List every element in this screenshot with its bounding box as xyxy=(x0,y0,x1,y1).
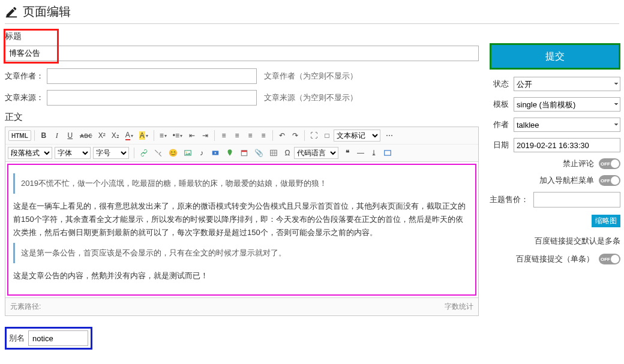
toolbar-row-2: 段落格式 字体 字号 😊 ♪ 📎 Ω xyxy=(5,144,478,161)
editor-footer: 元素路径: 字数统计 xyxy=(5,297,478,315)
blockquote-button[interactable]: ❝ xyxy=(341,147,353,159)
redo-button[interactable]: ↷ xyxy=(289,130,301,142)
page-edit-root: 页面编辑 标题 文章作者： 文章作者（为空则不显示） 文章来源： 文章来源（为空… xyxy=(0,0,624,364)
ordered-list-button[interactable]: ≡▾ xyxy=(157,130,169,142)
forecolor-button[interactable]: A▾ xyxy=(123,130,136,142)
unordered-list-button[interactable]: •≡▾ xyxy=(170,130,185,142)
indent-button[interactable]: ⇥ xyxy=(199,130,211,142)
preview-button[interactable]: □ xyxy=(321,130,333,142)
date-row: 日期 xyxy=(490,138,620,152)
align-right-button[interactable]: ≡ xyxy=(244,130,256,142)
thumbnail-header[interactable]: 缩略图 xyxy=(592,215,620,227)
word-count-label[interactable]: 字数统计 xyxy=(445,302,473,312)
svg-rect-0 xyxy=(6,16,17,17)
rich-text-editor: HTML B I U ᴀʙᴄ X² X₂ A▾ A▾ ≡▾ •≡▾ ⇤ xyxy=(5,127,479,316)
blockquote-2: 这是第一条公告，首页应该是不会显示的，只有在全文的时候才显示就对了。 xyxy=(13,243,470,263)
status-select[interactable]: 公开 xyxy=(514,77,620,91)
align-left-button[interactable]: ≡ xyxy=(218,130,230,142)
superscript-button[interactable]: X² xyxy=(96,130,108,142)
video-button[interactable] xyxy=(209,147,222,159)
strike-button[interactable]: ᴀʙᴄ xyxy=(77,130,95,142)
music-button[interactable]: ♪ xyxy=(196,147,208,159)
toolbar-separator xyxy=(272,130,273,141)
fullscreen-button[interactable]: ⛶ xyxy=(308,130,320,142)
source-input[interactable] xyxy=(47,90,257,106)
disable-comments-toggle[interactable]: OFF xyxy=(599,158,620,169)
editor-content-area[interactable]: 2019不慌不忙，做一个小流氓，吃最甜的糖，睡最软的床，吻最爱的姑娘，做最野的狼… xyxy=(7,164,476,296)
align-justify-button[interactable]: ≡ xyxy=(257,130,269,142)
italic-button[interactable]: I xyxy=(51,130,63,142)
disable-comments-label: 禁止评论 xyxy=(563,158,594,169)
author-select[interactable]: talklee xyxy=(514,118,620,132)
svg-rect-5 xyxy=(241,151,247,152)
sidebar: 提交 状态 公开 模板 single (当前模板) 作者 talklee 日期 … xyxy=(490,30,620,350)
editor-toolbar: HTML B I U ᴀʙᴄ X² X₂ A▾ A▾ ≡▾ •≡▾ ⇤ xyxy=(5,127,478,162)
image-button[interactable] xyxy=(181,147,194,159)
map-button[interactable] xyxy=(223,147,236,159)
add-nav-label: 加入导航栏菜单 xyxy=(539,175,594,186)
theme-price-row: 主题售价： xyxy=(490,192,620,207)
outdent-button[interactable]: ⇤ xyxy=(186,130,198,142)
toolbar-separator xyxy=(34,130,35,141)
alias-field: 别名 xyxy=(5,327,92,350)
paragraph-format-select[interactable]: 段落格式 xyxy=(8,147,52,159)
svg-rect-6 xyxy=(271,150,277,155)
calendar-button[interactable] xyxy=(238,147,251,159)
bold-button[interactable]: B xyxy=(38,130,50,142)
undo-button[interactable]: ↶ xyxy=(276,130,288,142)
template-row: 模板 single (当前模板) xyxy=(490,97,620,112)
page-title: 页面编辑 xyxy=(23,4,71,20)
theme-price-input[interactable] xyxy=(533,192,620,207)
alias-input[interactable] xyxy=(28,330,88,346)
subscript-button[interactable]: X₂ xyxy=(109,130,122,142)
attachment-button[interactable]: 📎 xyxy=(252,147,266,159)
paragraph-1: 这是在一辆车上看见的，很有意思就发出来了，原来的微语模式转变为公告模式且只显示首… xyxy=(13,200,470,239)
title-input[interactable] xyxy=(5,46,479,61)
author-input[interactable] xyxy=(47,68,257,84)
author-side-row: 作者 talklee xyxy=(490,118,620,132)
link-button[interactable] xyxy=(137,147,151,159)
iframe-button[interactable] xyxy=(381,147,394,159)
toolbar-row-1: HTML B I U ᴀʙᴄ X² X₂ A▾ A▾ ≡▾ •≡▾ ⇤ xyxy=(5,127,478,144)
date-label: 日期 xyxy=(490,140,514,151)
table-button[interactable] xyxy=(267,147,280,159)
baidu-single-label: 百度链接提交（单条） xyxy=(516,254,594,264)
toolbar-separator xyxy=(134,148,134,158)
align-center-button[interactable]: ≡ xyxy=(231,130,243,142)
font-size-select[interactable]: 字号 xyxy=(93,147,129,159)
toolbar-separator xyxy=(304,130,305,141)
author-side-label: 作者 xyxy=(490,119,514,130)
svg-point-2 xyxy=(186,152,187,153)
source-label: 文章来源： xyxy=(5,92,47,103)
template-select[interactable]: single (当前模板) xyxy=(514,97,620,112)
author-hint: 文章作者（为空则不显示） xyxy=(264,71,358,82)
add-nav-toggle[interactable]: OFF xyxy=(599,175,620,186)
author-row: 文章作者： 文章作者（为空则不显示） xyxy=(5,68,479,84)
status-label: 状态 xyxy=(490,79,514,89)
html-source-button[interactable]: HTML xyxy=(8,130,31,141)
page-header: 页面编辑 xyxy=(5,0,619,24)
date-input[interactable] xyxy=(514,138,620,152)
hr-button[interactable]: — xyxy=(355,147,367,159)
underline-button[interactable]: U xyxy=(64,130,76,142)
font-family-select[interactable]: 字体 xyxy=(55,147,91,159)
code-lang-select[interactable]: 代码语言 xyxy=(294,147,338,159)
emoji-button[interactable]: 😊 xyxy=(166,147,180,159)
toolbar-separator xyxy=(214,130,215,141)
unlink-button[interactable] xyxy=(152,147,165,159)
submit-button[interactable]: 提交 xyxy=(491,45,619,68)
status-row: 状态 公开 xyxy=(490,77,620,91)
baidu-single-toggle[interactable]: OFF xyxy=(599,254,620,264)
special-char-button[interactable]: Ω xyxy=(281,147,293,159)
more-button[interactable]: ⋯ xyxy=(383,130,395,142)
svg-rect-7 xyxy=(385,151,391,155)
baidu-default-note: 百度链接提交默认是多条 xyxy=(490,236,620,246)
pagebreak-button[interactable]: ⤓ xyxy=(368,147,380,159)
source-row: 文章来源： 文章来源（为空则不显示） xyxy=(5,90,479,106)
title-label: 标题 xyxy=(5,30,479,43)
add-nav-row: 加入导航栏菜单 OFF xyxy=(490,175,620,186)
disable-comments-row: 禁止评论 OFF xyxy=(490,158,620,169)
backcolor-button[interactable]: A▾ xyxy=(137,130,151,142)
baidu-single-row: 百度链接提交（单条） OFF xyxy=(490,254,620,264)
text-tag-select[interactable]: 文本标记 xyxy=(334,130,380,142)
